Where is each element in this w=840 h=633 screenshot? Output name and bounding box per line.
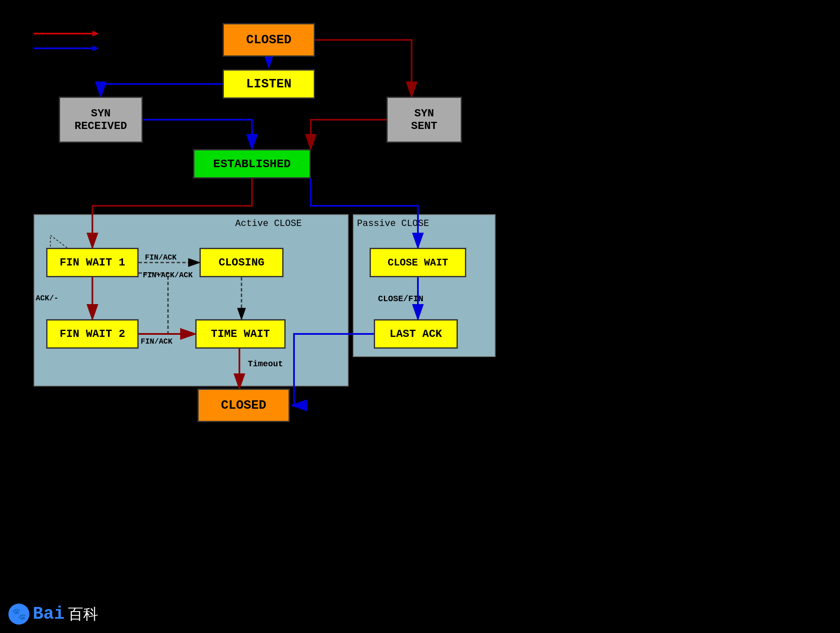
label-fin-ack-2: FIN/ACK — [141, 337, 173, 346]
state-time-wait: TIME WAIT — [195, 319, 286, 349]
state-fin-wait1: FIN WAIT 1 — [46, 248, 139, 277]
label-fin-plus-ack: FIN+ACK/ACK — [143, 271, 193, 279]
label-close-fin: CLOSE/FIN — [378, 294, 423, 304]
baidu-text: Bai — [33, 604, 65, 624]
baidu-logo: 🐾 Bai 百科 — [8, 604, 98, 625]
state-established: ESTABLISHED — [193, 149, 311, 179]
passive-close-label: Passive CLOSE — [357, 218, 429, 229]
state-fin-wait2: FIN WAIT 2 — [46, 319, 139, 349]
state-syn-received: SYN RECEIVED — [59, 97, 143, 143]
label-fin-ack-1: FIN/ACK — [145, 253, 177, 262]
active-close-region — [34, 214, 349, 386]
state-listen: LISTEN — [223, 69, 315, 99]
svg-marker-1 — [92, 31, 99, 37]
state-closed-top: CLOSED — [223, 23, 315, 57]
state-closed-bottom: CLOSED — [197, 389, 290, 422]
state-syn-sent: SYN SENT — [386, 97, 462, 143]
state-close-wait: CLOSE WAIT — [370, 248, 466, 277]
state-last-ack: LAST ACK — [374, 319, 458, 349]
state-closing: CLOSING — [200, 248, 284, 277]
baidu-paw-icon: 🐾 — [8, 604, 29, 625]
label-ack-dash: ACK/- — [36, 294, 58, 302]
legend-area — [25, 25, 109, 61]
active-close-label: Active CLOSE — [235, 218, 302, 229]
label-timeout: Timeout — [248, 359, 283, 369]
svg-marker-3 — [92, 45, 99, 51]
baike-text: 百科 — [68, 604, 98, 625]
